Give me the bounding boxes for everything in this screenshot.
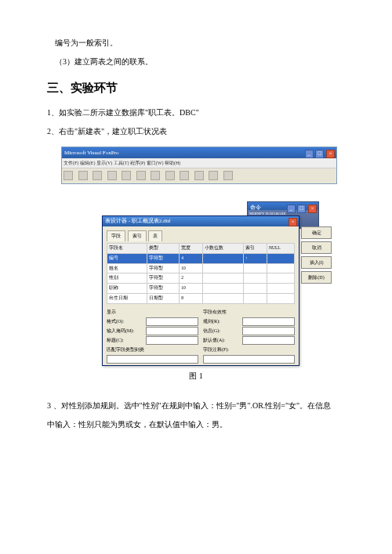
toolbar-button[interactable] [180, 171, 189, 180]
section-heading: 三、实验环节 [47, 77, 345, 98]
toolbar-button[interactable] [136, 171, 146, 180]
window-buttons: × [288, 217, 297, 227]
command-titlebar: 命令 _ □ × [248, 202, 318, 210]
vfp-title-text: Microsoft Visual FoxPro [64, 150, 118, 156]
default-label: 默认值(A): [203, 336, 242, 345]
maximize-icon[interactable]: □ [297, 205, 306, 213]
insert-button[interactable]: 插入(I) [301, 256, 332, 269]
tab-index[interactable]: 索引 [128, 230, 147, 241]
step-1: 1、如实验二所示建立数据库"职工表。DBC" [47, 106, 345, 120]
figure-1: Microsoft Visual FoxPro _ □ × 文件(F) 编辑(E… [47, 147, 345, 366]
message-field[interactable] [242, 327, 295, 335]
message-label: 信息(G): [203, 327, 242, 335]
grid-row[interactable]: 出生日期日期型8 [107, 294, 295, 304]
close-icon[interactable]: × [326, 150, 335, 158]
toolbar-button[interactable] [209, 171, 218, 180]
caption-label: 标题(C): [107, 336, 146, 345]
class-label: 匹配字段类型到类 [107, 346, 146, 354]
side-buttons: 确定 取消 插入(I) 删除(D) [301, 226, 332, 284]
step-3b: 中输入：性别只能为男或女，在默认值中输入：男。 [47, 418, 345, 432]
col-null: NULL [267, 243, 295, 253]
vfp-main-window: Microsoft Visual FoxPro _ □ × 文件(F) 编辑(E… [61, 147, 337, 184]
col-name: 字段名 [107, 243, 147, 253]
step-3a: 3 、对性别添加规则。选中"性别"在规则中输入：性别="男".OR.性别="女"… [47, 399, 345, 413]
field-grid[interactable]: 字段名 类型 宽度 小数位数 索引 NULL 编号字符型4↑ 姓名字符型10 [107, 243, 295, 304]
toolbar-button[interactable] [78, 171, 88, 180]
right-panel: 字段有效性 规则(R): 信息(G): 默认值(A): 字段注释(F): [203, 307, 295, 364]
section-label: 字段有效性 [203, 308, 242, 317]
table-designer-dialog: 表设计器 - 职工概况表2.dbf × 确定 取消 插入(I) 删除(D) 字段… [102, 215, 299, 366]
toolbar-button[interactable] [64, 171, 73, 180]
col-type: 类型 [147, 243, 180, 253]
toolbar-button[interactable] [194, 171, 204, 180]
grid-row[interactable]: 性别字符型2 [107, 273, 295, 284]
designer-tabs: 字段 索引 表 [107, 229, 295, 243]
maximize-icon[interactable]: □ [315, 150, 324, 158]
toolbar-button[interactable] [93, 171, 102, 180]
ok-button[interactable]: 确定 [301, 226, 332, 239]
minimize-icon[interactable]: _ [305, 150, 314, 158]
line-2: （3）建立两表之间的联系。 [47, 55, 345, 69]
rule-label: 规则(R): [203, 317, 242, 326]
mask-label: 输入掩码(M): [107, 327, 146, 335]
grid-row[interactable]: 姓名字符型10 [107, 263, 295, 273]
figure-caption: 图 1 [47, 369, 345, 383]
delete-button[interactable]: 删除(D) [301, 271, 332, 284]
step-2: 2、右击"新建表"，建立职工状况表 [47, 125, 345, 139]
grid-header: 字段名 类型 宽度 小数位数 索引 NULL [107, 243, 295, 253]
caption-field[interactable] [146, 336, 198, 345]
section-label: 显示 [107, 308, 146, 317]
comment-field[interactable] [203, 355, 295, 364]
grid-row[interactable]: 职称字符型10 [107, 284, 295, 294]
col-width: 宽度 [180, 243, 203, 253]
main-menu[interactable]: 文件(F) 编辑(E) 显示(V) 工具(T) 程序(P) 窗口(W) 帮助(H… [62, 158, 336, 168]
rule-field[interactable] [242, 317, 295, 326]
comment-label: 字段注释(F): [203, 346, 242, 354]
command-title: 命令 [250, 205, 261, 211]
tab-table[interactable]: 表 [148, 230, 162, 241]
format-field[interactable] [146, 317, 198, 326]
toolbar-button[interactable] [107, 171, 117, 180]
toolbar-button[interactable] [122, 171, 131, 180]
toolbar-button[interactable] [151, 171, 160, 180]
vfp-titlebar: Microsoft Visual FoxPro _ □ × [62, 147, 336, 158]
main-toolbar [62, 168, 336, 183]
window-buttons: _ □ × [304, 148, 336, 159]
designer-title-text: 表设计器 - 职工概况表2.dbf [105, 218, 170, 224]
designer-titlebar: 表设计器 - 职工概况表2.dbf × [103, 216, 299, 226]
close-icon[interactable]: × [308, 205, 317, 213]
tab-fields[interactable]: 字段 [107, 230, 125, 241]
class-field[interactable] [107, 355, 198, 364]
line-1: 编号为一般索引。 [47, 36, 345, 50]
default-field[interactable] [242, 336, 295, 345]
close-icon[interactable]: × [289, 218, 297, 226]
window-buttons: _ □ × [286, 203, 318, 214]
left-panel: 显示 格式(O): 输入掩码(M): 标题(C): 匹配字段类型到类 [107, 307, 198, 364]
format-label: 格式(O): [107, 317, 146, 326]
mask-field[interactable] [146, 327, 198, 335]
col-index: 索引 [243, 243, 267, 253]
minimize-icon[interactable]: _ [287, 205, 296, 213]
grid-row[interactable]: 编号字符型4↑ [107, 253, 295, 263]
toolbar-button[interactable] [223, 171, 233, 180]
col-dec: 小数位数 [203, 243, 243, 253]
toolbar-button[interactable] [165, 171, 175, 180]
cancel-button[interactable]: 取消 [301, 241, 332, 254]
